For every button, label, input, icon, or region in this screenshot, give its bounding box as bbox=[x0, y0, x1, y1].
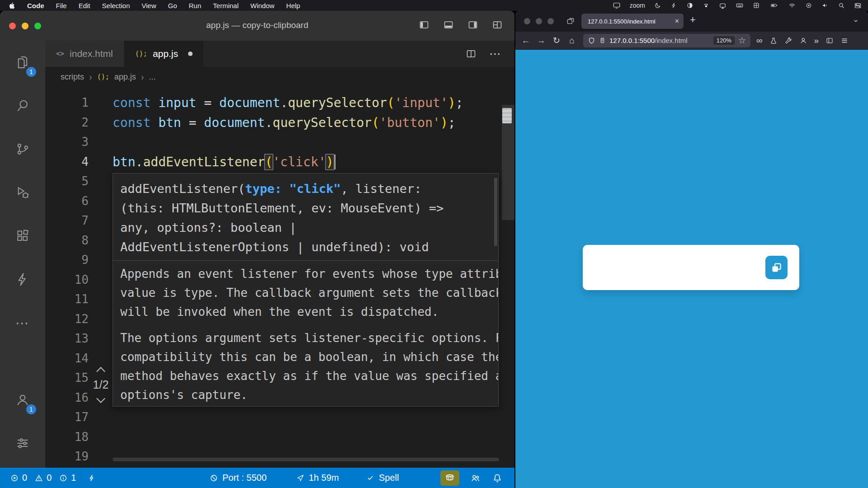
more-editor-actions-icon[interactable]: ⋯ bbox=[489, 47, 502, 61]
code-line[interactable]: const input = document.querySelector('in… bbox=[113, 93, 496, 113]
display-icon[interactable] bbox=[719, 2, 726, 9]
moon-icon[interactable] bbox=[654, 2, 661, 9]
send-icon bbox=[296, 474, 305, 482]
extension-infinity-icon[interactable]: ∞ bbox=[756, 36, 763, 46]
code-line[interactable]: btn.addEventListener('click') bbox=[113, 152, 496, 172]
control-center-icon[interactable] bbox=[854, 2, 862, 9]
menu-item-view[interactable]: View bbox=[142, 2, 156, 9]
accounts-status-icon[interactable] bbox=[470, 473, 481, 483]
copy-button[interactable] bbox=[765, 256, 788, 279]
back-icon[interactable]: ← bbox=[518, 33, 533, 48]
close-tab-icon[interactable]: × bbox=[671, 17, 679, 25]
time-tracker[interactable]: 1h 59m bbox=[296, 468, 339, 488]
paw-icon[interactable] bbox=[703, 2, 710, 9]
live-server-port[interactable]: Port : 5500 bbox=[209, 468, 267, 488]
settings-icon[interactable] bbox=[0, 422, 45, 465]
menu-item-window[interactable]: Window bbox=[250, 2, 274, 9]
chevron-up-icon[interactable] bbox=[96, 367, 105, 376]
sidebar-icon[interactable] bbox=[826, 37, 834, 45]
split-editor-icon[interactable] bbox=[466, 48, 476, 59]
code-line[interactable] bbox=[113, 427, 496, 447]
accounts-icon[interactable]: 1 bbox=[0, 378, 45, 422]
page-info-icon[interactable] bbox=[599, 37, 606, 44]
info-item[interactable]: 1 bbox=[59, 473, 76, 483]
chevron-down-icon[interactable] bbox=[96, 394, 105, 403]
wifi-icon[interactable] bbox=[788, 2, 796, 9]
toggle-secondary-sidebar-icon[interactable] bbox=[467, 19, 478, 30]
toggle-panel-icon[interactable] bbox=[443, 19, 454, 30]
source-control-icon[interactable] bbox=[0, 127, 45, 171]
menu-item-help[interactable]: Help bbox=[286, 2, 300, 9]
thunder-client-icon[interactable] bbox=[0, 258, 45, 301]
reload-icon[interactable]: ↻ bbox=[549, 33, 564, 48]
code-editor[interactable]: 12345678910111213141516171819 const inpu… bbox=[45, 87, 514, 468]
zoom-level-badge[interactable]: 120% bbox=[713, 36, 735, 45]
errors-item[interactable]: 0 bbox=[10, 473, 27, 483]
search-icon[interactable] bbox=[838, 2, 845, 9]
code-line[interactable] bbox=[113, 132, 496, 152]
extensions-icon[interactable] bbox=[0, 214, 45, 258]
breadcrumb-file[interactable]: app.js bbox=[114, 72, 136, 82]
code-line[interactable] bbox=[113, 408, 496, 427]
window-grid-icon[interactable] bbox=[753, 2, 760, 9]
overflow-menu-icon[interactable]: » bbox=[814, 36, 819, 46]
menu-item-go[interactable]: Go bbox=[168, 2, 177, 9]
code-line[interactable] bbox=[113, 447, 496, 467]
contrast-icon[interactable] bbox=[686, 2, 693, 9]
copilot-icon[interactable] bbox=[440, 470, 459, 486]
menu-item-selection[interactable]: Selection bbox=[102, 2, 130, 9]
bookmark-star-icon[interactable]: ☆ bbox=[738, 35, 746, 46]
breadcrumb-folder[interactable]: scripts bbox=[61, 72, 84, 82]
firefox-view-icon[interactable] bbox=[566, 17, 575, 26]
new-tab-button[interactable]: + bbox=[690, 14, 696, 26]
customize-layout-icon[interactable] bbox=[492, 19, 503, 30]
battery-icon[interactable] bbox=[769, 2, 779, 9]
menu-item-file[interactable]: File bbox=[56, 2, 67, 9]
menu-item-edit[interactable]: Edit bbox=[79, 2, 90, 9]
apple-menu-icon[interactable] bbox=[8, 1, 15, 10]
tab-app-js[interactable]: (); app.js bbox=[124, 41, 204, 67]
horizontal-scrollbar[interactable] bbox=[113, 458, 499, 461]
warnings-item[interactable]: 0 bbox=[34, 473, 52, 483]
close-window-button[interactable] bbox=[524, 18, 530, 24]
notifications-bell-icon[interactable] bbox=[492, 473, 503, 483]
tab-index-html[interactable]: <> index.html bbox=[45, 41, 124, 67]
forward-icon[interactable]: → bbox=[533, 33, 549, 48]
zoom-window-button[interactable] bbox=[547, 18, 554, 24]
search-icon[interactable] bbox=[0, 84, 45, 127]
list-all-tabs-icon[interactable] bbox=[852, 17, 860, 25]
bolt-icon[interactable] bbox=[670, 2, 677, 9]
screen-mirroring-icon[interactable] bbox=[613, 1, 621, 9]
explorer-icon[interactable]: 1 bbox=[0, 41, 45, 84]
js-file-icon: (); bbox=[97, 73, 109, 81]
more-actions-icon[interactable]: ⋯ bbox=[0, 301, 45, 344]
clipboard-input[interactable] bbox=[593, 253, 760, 282]
account-icon[interactable] bbox=[799, 37, 807, 45]
spell-checker[interactable]: Spell bbox=[366, 468, 399, 488]
zoom-app-label[interactable]: zoom bbox=[630, 2, 645, 9]
keyboard-icon[interactable] bbox=[736, 1, 744, 9]
popup-scrollbar[interactable] bbox=[494, 178, 497, 246]
modified-dot-icon[interactable] bbox=[188, 52, 193, 56]
home-icon[interactable]: ⌂ bbox=[564, 33, 580, 48]
menu-item-terminal[interactable]: Terminal bbox=[213, 2, 239, 9]
minimize-window-button[interactable] bbox=[536, 18, 542, 24]
vertical-scrollbar[interactable] bbox=[502, 105, 514, 220]
problems-area[interactable]: 0 0 1 bbox=[10, 468, 96, 488]
browser-tab[interactable]: 127.0.0.1:5500/index.html × bbox=[581, 14, 684, 29]
wrench-icon[interactable] bbox=[784, 37, 793, 45]
volume-icon[interactable] bbox=[821, 2, 829, 9]
toggle-sidebar-icon[interactable] bbox=[419, 19, 429, 30]
shield-icon[interactable] bbox=[588, 37, 595, 44]
url-bar[interactable]: 127.0.0.1:5500/index.html 120% ☆ bbox=[583, 34, 750, 47]
menu-item-code[interactable]: Code bbox=[27, 2, 44, 9]
bolt-status-icon[interactable] bbox=[88, 474, 96, 483]
code-line[interactable]: const btn = document.querySelector('butt… bbox=[113, 113, 496, 133]
breadcrumb-symbol[interactable]: ... bbox=[149, 72, 156, 82]
run-debug-icon[interactable] bbox=[0, 171, 45, 214]
extension-beaker-icon[interactable] bbox=[769, 37, 778, 45]
menu-item-run[interactable]: Run bbox=[189, 2, 202, 9]
menu-hamburger-icon[interactable] bbox=[840, 37, 849, 45]
screen-record-icon[interactable] bbox=[805, 2, 812, 9]
url-text[interactable]: 127.0.0.1:5500/index.html bbox=[609, 37, 710, 44]
